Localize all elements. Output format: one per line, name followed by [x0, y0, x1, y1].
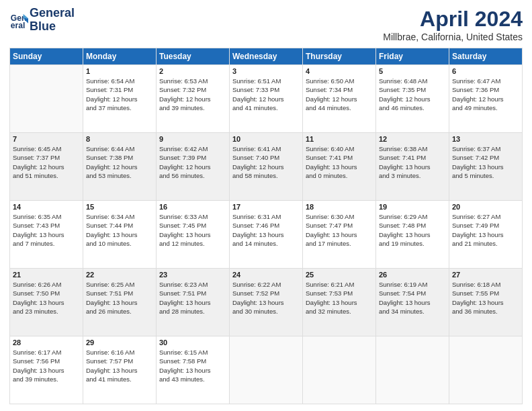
day-info: Sunrise: 6:30 AM Sunset: 7:47 PM Dayligh… — [306, 212, 373, 248]
day-info: Sunrise: 6:42 AM Sunset: 7:39 PM Dayligh… — [159, 144, 226, 180]
day-number: 13 — [452, 135, 519, 143]
calendar-cell: 8Sunrise: 6:44 AM Sunset: 7:38 PM Daylig… — [83, 133, 157, 201]
calendar-cell: 27Sunrise: 6:18 AM Sunset: 7:55 PM Dayli… — [449, 269, 523, 336]
day-number: 20 — [452, 203, 519, 211]
day-info: Sunrise: 6:40 AM Sunset: 7:41 PM Dayligh… — [306, 144, 373, 180]
day-number: 11 — [306, 135, 373, 143]
calendar-cell: 29Sunrise: 6:16 AM Sunset: 7:57 PM Dayli… — [83, 336, 157, 404]
subtitle: Millbrae, California, United States — [383, 32, 523, 42]
calendar-cell — [303, 336, 376, 404]
day-info: Sunrise: 6:35 AM Sunset: 7:43 PM Dayligh… — [13, 212, 80, 248]
logo-icon: Gen eral — [9, 11, 28, 30]
day-info: Sunrise: 6:45 AM Sunset: 7:37 PM Dayligh… — [13, 144, 80, 180]
calendar-cell: 1Sunrise: 6:54 AM Sunset: 7:31 PM Daylig… — [83, 65, 157, 133]
calendar-cell: 17Sunrise: 6:31 AM Sunset: 7:46 PM Dayli… — [230, 201, 303, 269]
day-number: 7 — [13, 135, 80, 143]
calendar-week-row: 14Sunrise: 6:35 AM Sunset: 7:43 PM Dayli… — [10, 201, 523, 269]
title-block: April 2024 Millbrae, California, United … — [383, 7, 523, 42]
day-info: Sunrise: 6:31 AM Sunset: 7:46 PM Dayligh… — [232, 212, 300, 248]
calendar-week-row: 1Sunrise: 6:54 AM Sunset: 7:31 PM Daylig… — [10, 65, 523, 133]
calendar-cell: 10Sunrise: 6:41 AM Sunset: 7:40 PM Dayli… — [230, 133, 303, 201]
calendar-header-friday: Friday — [376, 48, 449, 65]
day-number: 25 — [306, 271, 373, 279]
logo: Gen eral General Blue — [9, 7, 75, 34]
calendar-header-sunday: Sunday — [10, 48, 83, 65]
calendar-cell: 7Sunrise: 6:45 AM Sunset: 7:37 PM Daylig… — [10, 133, 83, 201]
calendar-cell: 6Sunrise: 6:47 AM Sunset: 7:36 PM Daylig… — [449, 65, 523, 133]
calendar-header-row: SundayMondayTuesdayWednesdayThursdayFrid… — [10, 48, 523, 65]
day-info: Sunrise: 6:48 AM Sunset: 7:35 PM Dayligh… — [379, 77, 446, 112]
day-number: 4 — [306, 67, 373, 75]
day-info: Sunrise: 6:53 AM Sunset: 7:32 PM Dayligh… — [159, 77, 226, 112]
calendar-cell — [10, 65, 83, 133]
day-info: Sunrise: 6:21 AM Sunset: 7:53 PM Dayligh… — [306, 280, 373, 316]
calendar-cell: 18Sunrise: 6:30 AM Sunset: 7:47 PM Dayli… — [303, 201, 376, 269]
day-info: Sunrise: 6:47 AM Sunset: 7:36 PM Dayligh… — [452, 77, 519, 112]
calendar-cell — [449, 336, 523, 404]
calendar-cell: 26Sunrise: 6:19 AM Sunset: 7:54 PM Dayli… — [376, 269, 449, 336]
calendar-cell: 5Sunrise: 6:48 AM Sunset: 7:35 PM Daylig… — [376, 65, 449, 133]
day-info: Sunrise: 6:50 AM Sunset: 7:34 PM Dayligh… — [306, 77, 373, 112]
day-number: 1 — [86, 67, 153, 75]
day-number: 12 — [379, 135, 446, 143]
day-number: 17 — [232, 203, 300, 211]
calendar-week-row: 28Sunrise: 6:17 AM Sunset: 7:56 PM Dayli… — [10, 336, 523, 404]
calendar-cell: 16Sunrise: 6:33 AM Sunset: 7:45 PM Dayli… — [157, 201, 230, 269]
calendar-cell: 22Sunrise: 6:25 AM Sunset: 7:51 PM Dayli… — [83, 269, 157, 336]
day-number: 19 — [379, 203, 446, 211]
day-number: 9 — [159, 135, 226, 143]
day-number: 2 — [159, 67, 226, 75]
day-number: 3 — [232, 67, 300, 75]
calendar-cell — [230, 336, 303, 404]
day-info: Sunrise: 6:54 AM Sunset: 7:31 PM Dayligh… — [86, 77, 153, 112]
day-info: Sunrise: 6:26 AM Sunset: 7:50 PM Dayligh… — [13, 280, 80, 316]
main-title: April 2024 — [383, 7, 523, 32]
day-number: 16 — [159, 203, 226, 211]
day-info: Sunrise: 6:16 AM Sunset: 7:57 PM Dayligh… — [86, 348, 153, 383]
calendar-header-thursday: Thursday — [303, 48, 376, 65]
day-info: Sunrise: 6:19 AM Sunset: 7:54 PM Dayligh… — [379, 280, 446, 316]
calendar-cell: 19Sunrise: 6:29 AM Sunset: 7:48 PM Dayli… — [376, 201, 449, 269]
calendar-cell: 25Sunrise: 6:21 AM Sunset: 7:53 PM Dayli… — [303, 269, 376, 336]
calendar-cell: 24Sunrise: 6:22 AM Sunset: 7:52 PM Dayli… — [230, 269, 303, 336]
calendar-cell: 2Sunrise: 6:53 AM Sunset: 7:32 PM Daylig… — [157, 65, 230, 133]
page: Gen eral General Blue April 2024 Millbra… — [0, 0, 532, 411]
day-info: Sunrise: 6:23 AM Sunset: 7:51 PM Dayligh… — [159, 280, 226, 316]
calendar-cell: 9Sunrise: 6:42 AM Sunset: 7:39 PM Daylig… — [157, 133, 230, 201]
calendar-cell: 30Sunrise: 6:15 AM Sunset: 7:58 PM Dayli… — [157, 336, 230, 404]
day-number: 21 — [13, 271, 80, 279]
day-number: 26 — [379, 271, 446, 279]
logo-text: General Blue — [30, 7, 75, 34]
calendar-cell: 23Sunrise: 6:23 AM Sunset: 7:51 PM Dayli… — [157, 269, 230, 336]
calendar-cell: 3Sunrise: 6:51 AM Sunset: 7:33 PM Daylig… — [230, 65, 303, 133]
day-info: Sunrise: 6:41 AM Sunset: 7:40 PM Dayligh… — [232, 144, 300, 180]
day-info: Sunrise: 6:51 AM Sunset: 7:33 PM Dayligh… — [232, 77, 300, 112]
day-number: 24 — [232, 271, 300, 279]
day-number: 18 — [306, 203, 373, 211]
day-info: Sunrise: 6:18 AM Sunset: 7:55 PM Dayligh… — [452, 280, 519, 316]
calendar-table: SundayMondayTuesdayWednesdayThursdayFrid… — [9, 48, 523, 404]
day-number: 5 — [379, 67, 446, 75]
calendar-header-wednesday: Wednesday — [230, 48, 303, 65]
day-info: Sunrise: 6:25 AM Sunset: 7:51 PM Dayligh… — [86, 280, 153, 316]
calendar-header-tuesday: Tuesday — [157, 48, 230, 65]
day-info: Sunrise: 6:37 AM Sunset: 7:42 PM Dayligh… — [452, 144, 519, 180]
day-info: Sunrise: 6:15 AM Sunset: 7:58 PM Dayligh… — [159, 348, 226, 383]
calendar-header-monday: Monday — [83, 48, 157, 65]
calendar-week-row: 7Sunrise: 6:45 AM Sunset: 7:37 PM Daylig… — [10, 133, 523, 201]
day-info: Sunrise: 6:44 AM Sunset: 7:38 PM Dayligh… — [86, 144, 153, 180]
day-number: 28 — [13, 338, 80, 347]
day-number: 8 — [86, 135, 153, 143]
calendar-header-saturday: Saturday — [449, 48, 523, 65]
day-number: 23 — [159, 271, 226, 279]
day-info: Sunrise: 6:22 AM Sunset: 7:52 PM Dayligh… — [232, 280, 300, 316]
logo-line2: Blue — [30, 20, 75, 34]
calendar-cell: 13Sunrise: 6:37 AM Sunset: 7:42 PM Dayli… — [449, 133, 523, 201]
header: Gen eral General Blue April 2024 Millbra… — [9, 7, 523, 42]
day-info: Sunrise: 6:34 AM Sunset: 7:44 PM Dayligh… — [86, 212, 153, 248]
day-info: Sunrise: 6:38 AM Sunset: 7:41 PM Dayligh… — [379, 144, 446, 180]
svg-text:eral: eral — [11, 21, 26, 30]
calendar-cell: 14Sunrise: 6:35 AM Sunset: 7:43 PM Dayli… — [10, 201, 83, 269]
day-number: 27 — [452, 271, 519, 279]
day-number: 29 — [86, 338, 153, 347]
